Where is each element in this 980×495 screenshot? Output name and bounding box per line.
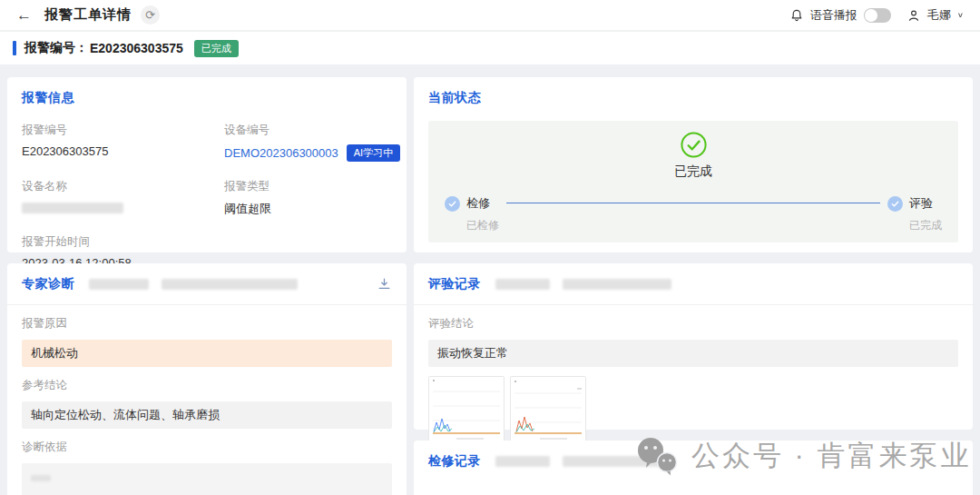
step-check-icon (887, 196, 903, 212)
current-status-card: 当前状态 已完成 检修 已检修 (414, 77, 973, 252)
evaluation-record-header: 评验记录 (414, 263, 973, 305)
alarm-info-grid: 报警编号 E202306303575 设备编号 DEMO202306300003… (7, 115, 407, 270)
device-number-link[interactable]: DEMO202306300003 (224, 146, 338, 160)
ai-learning-badge: AI学习中 (347, 144, 400, 162)
repair-record-header: 检修记录 (414, 441, 973, 479)
field-device-no: 设备编号 DEMO202306300003 AI学习中 (224, 123, 400, 162)
back-icon[interactable]: ← (16, 7, 32, 23)
refresh-icon[interactable]: ⟳ (141, 5, 160, 25)
evaluation-record-title: 评验记录 (428, 276, 481, 292)
step-repair: 检修 已检修 (445, 195, 499, 233)
basis-label: 诊断依据 (7, 429, 407, 455)
field-alarm-no: 报警编号 E202306303575 (22, 123, 224, 162)
redacted-meta (495, 279, 671, 290)
user-name[interactable]: 毛娜 (927, 7, 951, 24)
step-connector-line (506, 203, 880, 203)
bell-icon[interactable] (789, 8, 804, 23)
redacted-device-name (22, 203, 123, 213)
status-panel: 已完成 检修 已检修 评验 已完成 (428, 121, 958, 243)
evaluation-chart-thumbnails (428, 376, 958, 446)
accent-bar (13, 41, 16, 55)
field-label: 设备名称 (22, 179, 224, 194)
current-status-title: 当前状态 (428, 90, 481, 106)
download-icon[interactable] (377, 276, 392, 292)
expert-diagnosis-header: 专家诊断 (7, 263, 407, 305)
step-check-icon (445, 196, 460, 212)
field-label: 报警编号 (22, 123, 224, 138)
repair-record-card: 检修记录 (414, 441, 973, 495)
field-label: 报警开始时间 (22, 234, 224, 250)
chart-thumbnail[interactable] (428, 376, 505, 446)
eval-conclusion-value: 振动恢复正常 (428, 340, 958, 367)
expert-diagnosis-title: 专家诊断 (22, 276, 74, 292)
status-text: 已完成 (674, 163, 712, 180)
topbar-right: 语音播报 毛娜 ∨ (789, 7, 964, 24)
conclusion-value: 轴向定位松动、流体问题、轴承磨损 (22, 401, 392, 429)
voice-broadcast-label: 语音播报 (810, 7, 858, 24)
field-device-name: 设备名称 (22, 179, 224, 217)
redacted-meta (89, 279, 298, 290)
alarm-number-strip: 报警编号： E202306303575 已完成 (0, 32, 980, 64)
diagnosis-basis-box (22, 463, 392, 495)
field-label: 设备编号 (224, 123, 400, 138)
toggle-knob (865, 9, 877, 22)
redacted-meta (495, 456, 671, 467)
alarm-number-value: E202306303575 (90, 41, 183, 55)
alarm-number-label: 报警编号： (24, 40, 88, 56)
field-value: 阈值超限 (224, 201, 400, 217)
step-sub-label: 已检修 (466, 218, 499, 233)
field-value: E202306303575 (22, 144, 224, 158)
alarm-info-title: 报警信息 (22, 90, 74, 106)
alarm-info-header: 报警信息 (7, 77, 407, 115)
step-evaluate: 评验 已完成 (887, 195, 942, 233)
conclusion-label: 参考结论 (7, 367, 407, 393)
alarm-reason-label: 报警原因 (7, 305, 407, 332)
expert-diagnosis-card: 专家诊断 报警原因 机械松动 参考结论 轴向定位松动、流体问题、轴承磨损 诊断依… (7, 263, 407, 495)
evaluation-record-card: 评验记录 评验结论 振动恢复正常 (414, 263, 973, 430)
chart-thumbnail[interactable] (510, 376, 586, 446)
chevron-down-icon[interactable]: ∨ (957, 11, 964, 19)
alarm-info-card: 报警信息 报警编号 E202306303575 设备编号 DEMO2023063… (7, 77, 407, 252)
repair-record-title: 检修记录 (428, 453, 481, 470)
user-icon (906, 8, 921, 23)
progress-steps: 检修 已检修 评验 已完成 (428, 195, 958, 233)
step-sub-label: 已完成 (909, 218, 942, 233)
field-label: 报警类型 (224, 179, 400, 194)
status-badge: 已完成 (194, 40, 239, 57)
field-alarm-type: 报警类型 阈值超限 (224, 179, 400, 217)
current-status-header: 当前状态 (414, 77, 973, 115)
voice-broadcast-toggle[interactable] (864, 8, 891, 23)
top-bar: ← 报警工单详情 ⟳ 语音播报 毛娜 ∨ (0, 0, 980, 31)
step-label: 检修 (466, 195, 490, 212)
eval-conclusion-label: 评验结论 (414, 305, 973, 332)
success-check-icon (680, 131, 708, 159)
alarm-reason-value: 机械松动 (22, 340, 392, 367)
page-title: 报警工单详情 (44, 6, 132, 24)
redacted-caption (31, 475, 51, 481)
step-label: 评验 (909, 195, 933, 212)
